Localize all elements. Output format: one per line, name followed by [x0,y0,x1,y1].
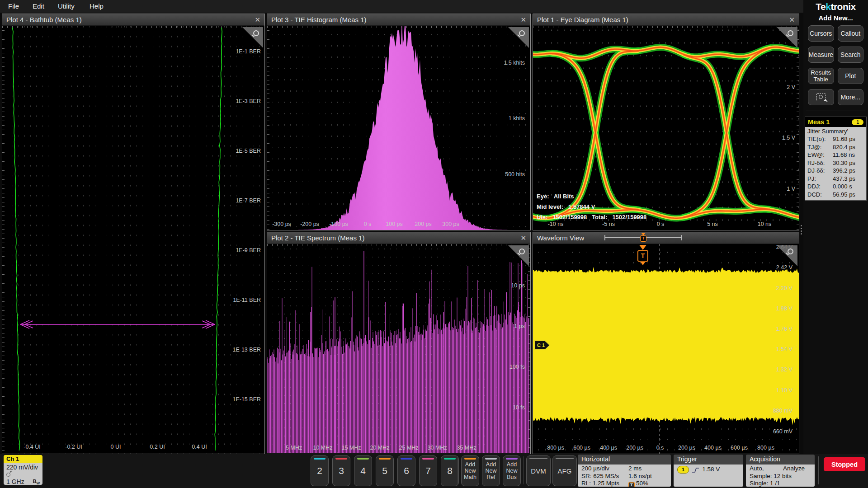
plot3-titlebar[interactable]: Plot 3 - TIE Histogram (Meas 1) ✕ [267,14,530,26]
add-new-ref-button[interactable]: AddNewRef [482,455,500,486]
channel-color-stripe [379,458,391,460]
menu-item-help[interactable]: Help [90,0,104,13]
volt-axis-label: 660 mV [773,428,793,435]
magnifier-icon [788,249,793,254]
dvm-button[interactable]: DVM [526,455,551,486]
ber-axis-label: 1E-5 BER [236,148,261,154]
pane-splitter-handle[interactable] [801,225,802,226]
sidebar: Tektronix Add New... CursorsCalloutMeasu… [803,0,868,454]
acquisition-sample: Sample: 12 bits [750,473,811,480]
channel-2-button[interactable]: 2 [311,455,329,486]
channel-3-button[interactable]: 3 [332,455,350,486]
freq-axis-label: 30 MHz [427,445,447,451]
trigger-t-icon: T [640,235,646,242]
horizontal-scale: 200 µs/div [581,465,609,473]
meas1-body: Jitter Summary' TIE(σ):91.68 psTJ@:820.4… [805,127,866,200]
marquee-zoom-button[interactable] [808,89,834,105]
cursors-button[interactable]: Cursors [808,25,834,42]
trigger-panel[interactable]: Trigger 1 1.58 V [674,455,743,487]
plot4-close-icon[interactable]: ✕ [255,16,260,23]
plot3-title: Plot 3 - TIE Histogram (Meas 1) [271,16,367,23]
plot2-titlebar[interactable]: Plot 2 - TIE Spectrum (Meas 1) ✕ [267,232,530,244]
trigger-level: 1.58 V [702,466,720,474]
rising-edge-icon [692,467,699,473]
channel-color-stripe [422,458,434,460]
plot4-titlebar[interactable]: Plot 4 - Bathtub (Meas 1) ✕ [2,14,264,26]
add-new-heading: Add New... [803,14,868,22]
menu-bar: FileEditUtilityHelp [0,0,803,13]
stopped-status-button[interactable]: Stopped [824,457,865,471]
time-axis-label: 600 µs [731,445,748,451]
measure-button[interactable]: Measure [808,47,834,63]
plot1-titlebar[interactable]: Plot 1 - Eye Diagram (Meas 1) ✕ [533,14,799,26]
volt-axis-label: 1 V [787,186,795,192]
jitter-axis-label: 1 ps [514,323,525,329]
horizontal-title: Horizontal [578,455,671,465]
channel-color-stripe [335,458,347,460]
meas1-header[interactable]: Meas 1 1 [805,117,866,127]
plot1-close-icon[interactable]: ✕ [789,16,795,23]
add-new-math-button[interactable]: AddNewMath [461,455,479,486]
freq-axis-label: 25 MHz [399,445,418,451]
time-axis-label: -600 µs [571,445,590,451]
divider [818,456,819,484]
callout-button[interactable]: Callout [838,25,864,42]
acquisition-single: Single: 1 /1 [750,480,811,487]
ui-axis-label: -0.4 UI [24,444,41,450]
add-new-bus-button[interactable]: AddNewBus [503,455,521,486]
ui-axis-label: 0 UI [111,444,121,450]
time-axis-label: -100 ps [329,221,348,227]
tektronix-logo: Tektronix [803,1,868,12]
menu-item-utility[interactable]: Utility [58,0,75,13]
horizontal-position-ruler[interactable]: T [604,237,682,238]
acquisition-panel[interactable]: Acquisition Auto,Analyze Sample: 12 bits… [746,455,815,487]
trigger-position-icon: T [628,482,635,487]
channel1-scale: 220 mV/div [6,464,40,471]
search-button[interactable]: Search [838,47,864,63]
meas-row: PJ:437.3 ps [807,175,864,183]
afg-button[interactable]: AFG [552,455,577,486]
acquisition-analyze: Analyze [783,465,811,473]
plot2-title: Plot 2 - TIE Spectrum (Meas 1) [271,234,364,242]
ber-axis-label: 1E-11 BER [233,297,261,303]
sidebar-buttons: CursorsCalloutMeasureSearchResults Table… [803,22,868,84]
channel1-badge[interactable]: Ch 1 220 mV/div 1 GHz BW [4,455,42,485]
horizontal-panel[interactable]: Horizontal 200 µs/div2 ms SR: 625 MS/s1.… [578,455,671,487]
more-button[interactable]: More... [838,89,864,105]
horizontal-trig-pos: 50% [636,480,648,487]
ber-axis-label: 1E-9 BER [236,247,261,253]
waveform-titlebar[interactable]: Waveform View T [533,232,799,244]
marquee-zoom-icon [816,93,826,101]
spectrum-trace [267,244,530,454]
trigger-level-arrow-icon[interactable]: ◁ [793,343,798,351]
results-table-button[interactable]: Results Table [808,68,834,84]
trigger-position-marker[interactable]: T [640,233,646,242]
channel-5-button[interactable]: 5 [376,455,394,486]
volt-axis-label: 1.98 V [776,305,793,312]
channel-7-button[interactable]: 7 [419,455,437,486]
bandwidth-limit-icon: BW [33,479,40,485]
meas-row: TIE(σ):91.68 ps [807,135,864,143]
plot-button[interactable]: Plot [838,68,864,84]
menu-item-edit[interactable]: Edit [33,0,44,13]
menu-item-file[interactable]: File [8,0,19,13]
horizontal-duration: 2 ms [628,465,667,473]
eye-midlevel-label: Mid level: 1.57844 V [537,203,595,210]
plot2-close-icon[interactable]: ✕ [520,235,526,241]
volt-axis-label: 1.54 V [776,346,793,352]
ui-axis-label: 0.4 UI [192,444,207,450]
channel-6-button[interactable]: 6 [397,455,415,486]
plot2-spectrum-panel: Plot 2 - TIE Spectrum (Meas 1) ✕ 10 ps1 … [267,232,531,454]
channel-4-button[interactable]: 4 [354,455,372,486]
plot4-title: Plot 4 - Bathtub (Meas 1) [6,16,82,23]
hits-axis-label: 1.5 khits [504,60,525,66]
channel-8-button[interactable]: 8 [441,455,459,486]
time-axis-label: -300 ps [272,221,291,227]
channel-color-stripe [314,458,326,460]
meas1-title: Meas 1 [808,118,830,126]
freq-axis-label: 20 MHz [370,445,389,451]
trigger-indicator[interactable]: T [637,245,649,265]
plot3-close-icon[interactable]: ✕ [520,16,526,23]
meas1-badge-panel[interactable]: Meas 1 1 Jitter Summary' TIE(σ):91.68 ps… [805,117,867,201]
meas-row: RJ-δδ:30.30 ps [807,159,864,167]
